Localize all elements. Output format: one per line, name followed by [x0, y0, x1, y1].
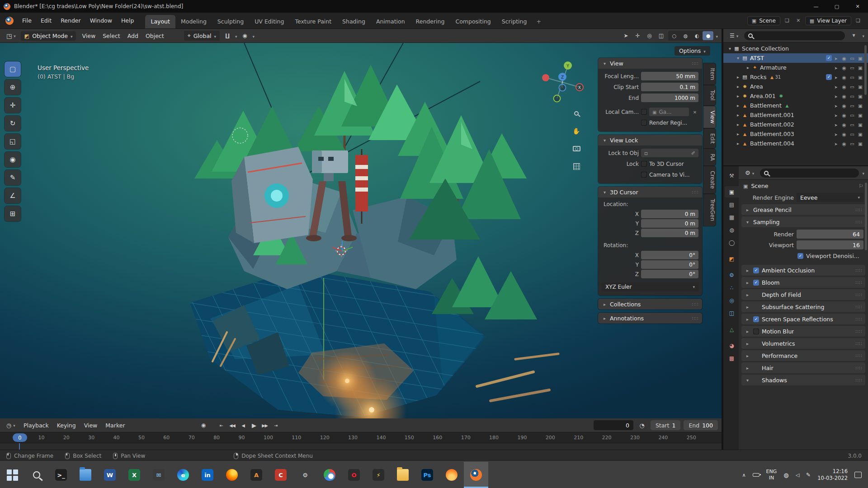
- panel-grip-icon[interactable]: [855, 317, 862, 322]
- menu-item[interactable]: Render: [57, 15, 85, 26]
- expand-toggle[interactable]: [735, 75, 741, 80]
- search-button[interactable]: [24, 462, 49, 488]
- play-button[interactable]: ▶: [249, 420, 259, 430]
- expand-toggle[interactable]: [735, 84, 741, 89]
- transform-orientation-dropdown[interactable]: Global: [184, 31, 220, 41]
- physics-tab[interactable]: ◎: [725, 295, 739, 306]
- object-name[interactable]: Battlement.003: [750, 131, 794, 137]
- clip-start-field[interactable]: 0.1 m: [641, 83, 698, 91]
- panel-grip-icon[interactable]: [855, 378, 862, 383]
- pin-icon[interactable]: [859, 183, 863, 189]
- blender-app[interactable]: [464, 462, 488, 488]
- outliner-row[interactable]: Rocks 31: [723, 72, 868, 82]
- properties-section[interactable]: Screen Space Reflections: [741, 314, 865, 324]
- workspace-tab[interactable]: Texture Paint: [289, 15, 337, 28]
- annotations-panel-header[interactable]: Annotations: [598, 313, 702, 324]
- pycharm-app[interactable]: ⚡: [366, 462, 391, 488]
- workspace-tab[interactable]: Animation: [371, 15, 410, 28]
- workspace-tab[interactable]: Compositing: [450, 15, 496, 28]
- particles-tab[interactable]: ∴: [725, 282, 739, 293]
- pan-hand-icon[interactable]: [571, 126, 581, 136]
- zoom-icon[interactable]: [571, 108, 581, 118]
- disable-in-viewports-toggle[interactable]: [848, 84, 856, 89]
- material-tab[interactable]: ◕: [725, 340, 739, 351]
- blender-menu-icon[interactable]: [5, 17, 14, 25]
- panel-grip-icon[interactable]: [855, 207, 862, 212]
- outliner-row[interactable]: Battlement.002: [723, 120, 868, 129]
- proportional-editing-toggle[interactable]: [240, 31, 250, 41]
- hidden-icons-chevron[interactable]: [742, 472, 746, 478]
- select-box-tool[interactable]: ▢: [5, 61, 21, 77]
- edge-app[interactable]: e: [171, 462, 195, 488]
- breadcrumb-scene[interactable]: Scene: [751, 183, 768, 189]
- panel-grip-icon[interactable]: [855, 305, 862, 310]
- view-layer-tab[interactable]: ▦: [725, 211, 739, 223]
- menu-item[interactable]: Help: [117, 15, 138, 26]
- outliner-row[interactable]: Area.001: [723, 91, 868, 101]
- navigation-gizmo[interactable]: Y Z X: [539, 59, 586, 106]
- expand-toggle[interactable]: [735, 113, 741, 117]
- disable-in-renders-toggle[interactable]: [856, 122, 864, 127]
- language-indicator[interactable]: ENGIN: [766, 469, 777, 481]
- taskbar-clock[interactable]: 12:16 10-03-2022: [817, 468, 848, 482]
- object-name[interactable]: Rocks: [750, 74, 766, 80]
- timeline-menu[interactable]: Playback: [20, 421, 52, 430]
- object-visibility-dropdown[interactable]: ➤: [620, 31, 631, 41]
- current-frame-field[interactable]: 0: [594, 420, 633, 430]
- viewport-menu[interactable]: Select: [99, 31, 124, 41]
- expand-toggle[interactable]: [727, 46, 733, 51]
- shading-dropdown[interactable]: [716, 33, 718, 39]
- render-engine-dropdown[interactable]: Eevee: [797, 193, 863, 202]
- properties-section[interactable]: Subsurface Scattering: [741, 301, 865, 312]
- editor-type-button[interactable]: [4, 31, 19, 41]
- properties-section[interactable]: Volumetrics: [741, 338, 865, 349]
- rotate-tool[interactable]: ↻: [5, 116, 21, 131]
- new-scene-button[interactable]: [783, 16, 792, 25]
- outliner-row[interactable]: ATST: [723, 53, 868, 63]
- solid-shading-button[interactable]: ◍: [680, 31, 691, 40]
- n-panel-tab[interactable]: Edit: [703, 129, 716, 148]
- render-samples-field[interactable]: 64: [797, 230, 863, 239]
- disable-in-renders-toggle[interactable]: [856, 141, 864, 146]
- output-tab[interactable]: ▤: [725, 199, 739, 210]
- object-name[interactable]: ATST: [750, 55, 764, 61]
- cursor-location-field[interactable]: 0 m: [641, 210, 698, 218]
- object-name[interactable]: Battlement.001: [750, 112, 794, 118]
- viewport-menu[interactable]: Object: [142, 31, 168, 41]
- transform-tool[interactable]: ◉: [5, 152, 21, 167]
- excel-app[interactable]: X: [122, 462, 146, 488]
- workspace-tab[interactable]: Scripting: [496, 15, 533, 28]
- tool-tab[interactable]: ⚒: [725, 170, 739, 181]
- properties-options-dropdown[interactable]: [862, 169, 864, 176]
- exclude-checkbox[interactable]: [826, 55, 832, 61]
- volume-icon[interactable]: [796, 472, 799, 478]
- panel-grip-icon[interactable]: [855, 292, 862, 297]
- panel-grip-icon[interactable]: [692, 302, 698, 307]
- outliner-scrollbar[interactable]: [864, 45, 867, 95]
- hide-in-viewport-toggle[interactable]: [840, 113, 848, 118]
- hide-in-viewport-toggle[interactable]: [840, 94, 848, 99]
- hide-in-viewport-toggle[interactable]: [840, 56, 848, 61]
- object-name[interactable]: Area.001: [750, 93, 776, 99]
- disable-in-viewports-toggle[interactable]: [848, 141, 856, 146]
- minimize-button[interactable]: —: [806, 0, 826, 13]
- end-frame-field[interactable]: End100: [684, 420, 718, 430]
- object-name[interactable]: Area: [750, 83, 763, 90]
- panel-grip-icon[interactable]: [692, 316, 698, 321]
- hide-in-viewport-toggle[interactable]: [840, 103, 848, 108]
- new-view-layer-button[interactable]: [854, 16, 863, 25]
- panel-grip-icon[interactable]: [855, 220, 862, 225]
- selectable-toggle[interactable]: [832, 75, 840, 80]
- selectable-toggle[interactable]: [832, 103, 840, 108]
- word-app[interactable]: W: [98, 462, 122, 488]
- view-layer-selector[interactable]: View Layer: [805, 16, 851, 25]
- hide-in-viewport-toggle[interactable]: [840, 122, 848, 127]
- object-name[interactable]: Battlement.004: [750, 140, 794, 147]
- menu-item[interactable]: Edit: [37, 15, 56, 26]
- focal-length-field[interactable]: 50 mm: [641, 72, 698, 80]
- play-reverse-button[interactable]: ◀: [238, 420, 248, 430]
- expand-toggle[interactable]: [735, 131, 741, 136]
- panel-grip-icon[interactable]: [855, 353, 862, 358]
- auto-keying-button[interactable]: [198, 420, 208, 430]
- cursor-rotation-field[interactable]: 0°: [641, 260, 698, 269]
